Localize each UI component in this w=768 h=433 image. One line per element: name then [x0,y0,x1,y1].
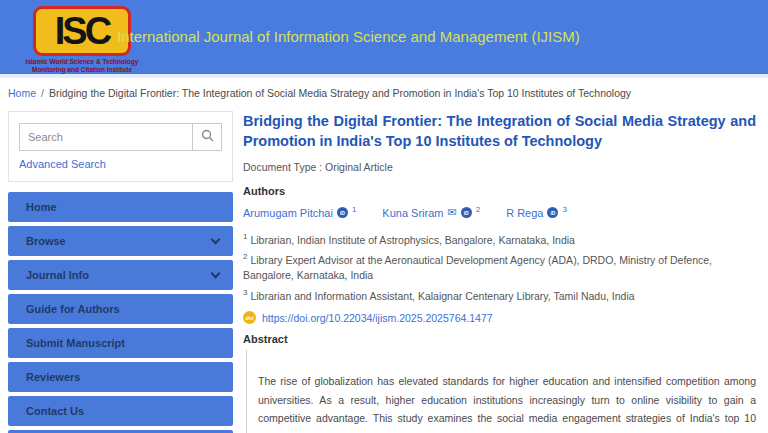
advanced-search-link[interactable]: Advanced Search [19,158,106,170]
sidebar-item-contact-us[interactable]: Contact Us [8,396,233,426]
author-superscript: 2 [476,205,480,214]
author-superscript: 1 [352,205,356,214]
sidebar-item-journal-info[interactable]: Journal Info [8,260,233,290]
chevron-down-icon [211,234,221,244]
author-link[interactable]: Kuna Sriram ✉ iD 2 [382,207,480,219]
authors-heading: Authors [243,185,756,197]
search-input[interactable] [19,123,192,151]
sidebar-item-submit-manuscript[interactable]: Submit Manuscript [8,328,233,358]
article-title[interactable]: Bridging the Digital Frontier: The Integ… [243,111,756,152]
site-header: ISC Islamic World Science & Technology M… [0,0,768,78]
sidebar-item-browse[interactable]: Browse [8,226,233,256]
email-icon[interactable]: ✉ [447,207,456,218]
author-superscript: 3 [562,205,566,214]
affiliation: 1 Librarian, Indian Institute of Astroph… [243,231,756,248]
doi-row: doi https://doi.org/10.22034/ijism.2025.… [243,311,756,324]
breadcrumb-home-link[interactable]: Home [8,87,36,99]
sidebar: Advanced Search Home Browse Journal Info… [8,111,233,433]
author-link[interactable]: Arumugam Pitchai iD 1 [243,207,356,219]
chevron-down-icon [211,268,221,278]
orcid-icon[interactable]: iD [337,207,348,218]
authors-row: Arumugam Pitchai iD 1 Kuna Sriram ✉ iD 2… [243,207,756,219]
isc-logo-subtitle: Islamic World Science & Technology Monit… [26,58,139,74]
author-link[interactable]: R Rega iD 3 [506,207,567,219]
abstract-heading: Abstract [243,333,756,345]
breadcrumb: Home/Bridging the Digital Frontier: The … [0,78,768,111]
search-button[interactable] [192,123,222,151]
sidebar-item-reviewers[interactable]: Reviewers [8,362,233,392]
sidebar-item-home[interactable]: Home [8,192,233,222]
breadcrumb-current: Bridging the Digital Frontier: The Integ… [49,87,631,99]
orcid-icon[interactable]: iD [461,207,472,218]
isc-logo-text: ISC [55,12,109,50]
breadcrumb-separator: / [41,87,44,99]
orcid-icon[interactable]: iD [547,207,558,218]
journal-title: International Journal of Information Sci… [117,28,580,45]
document-type: Document Type : Original Article [243,161,756,173]
abstract-section: The rise of globalization has elevated s… [246,350,756,433]
search-icon [201,129,214,145]
affiliation: 2 Library Expert Advisor at the Aeronaut… [243,251,756,284]
doi-link[interactable]: https://doi.org/10.22034/ijism.2025.2025… [262,312,493,324]
abstract-text: The rise of globalization has elevated s… [258,372,756,433]
sidebar-item-guide-for-authors[interactable]: Guide for Authors [8,294,233,324]
doi-icon: doi [243,311,256,324]
search-panel: Advanced Search [8,111,233,182]
affiliation: 3 Librarian and Information Assistant, K… [243,287,756,304]
article-main: Bridging the Digital Frontier: The Integ… [243,111,760,433]
